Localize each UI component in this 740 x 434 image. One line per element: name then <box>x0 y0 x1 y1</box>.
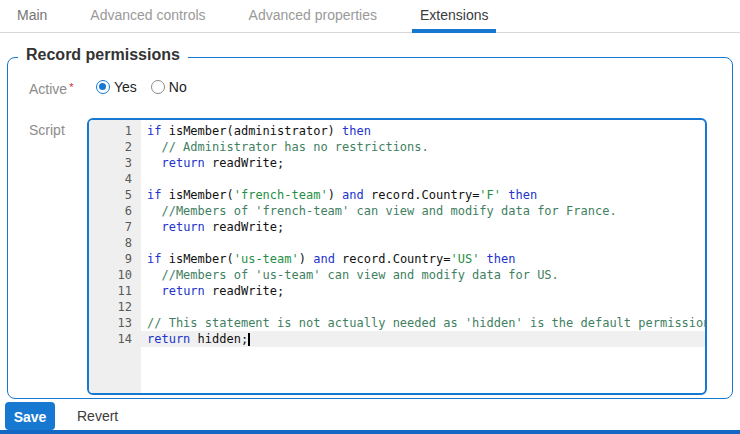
code-line: 12 <box>89 299 705 315</box>
tab-main[interactable]: Main <box>9 0 55 32</box>
line-number: 4 <box>89 171 141 187</box>
line-number: 7 <box>89 219 141 235</box>
line-number: 5 <box>89 187 141 203</box>
save-button[interactable]: Save <box>5 402 55 430</box>
code-text <box>141 171 705 187</box>
code-line: 9if isMember('us-team') and record.Count… <box>89 251 705 267</box>
tab-advanced-controls[interactable]: Advanced controls <box>82 0 213 32</box>
line-number: 10 <box>89 267 141 283</box>
footer-accent-bar <box>0 430 740 434</box>
code-line: 2 // Administrator has no restrictions. <box>89 139 705 155</box>
script-field-label: Script <box>29 122 65 138</box>
code-line: 7 return readWrite; <box>89 219 705 235</box>
line-number: 14 <box>89 331 141 347</box>
code-text: if isMember('us-team') and record.Countr… <box>141 251 705 267</box>
active-field-label: Active* <box>29 81 73 97</box>
tab-extensions[interactable]: Extensions <box>412 0 496 32</box>
tab-bar: MainAdvanced controlsAdvanced properties… <box>0 0 740 33</box>
editor-lines: 1if isMember(administrator) then2 // Adm… <box>89 123 705 347</box>
line-number: 13 <box>89 315 141 331</box>
code-text: return readWrite; <box>141 155 705 171</box>
radio-icon[interactable] <box>151 80 165 94</box>
code-line: 13// This statement is not actually need… <box>89 315 705 331</box>
radio-label: Yes <box>114 79 137 95</box>
code-line: 10 //Members of 'us-team' can view and m… <box>89 267 705 283</box>
code-line: 8 <box>89 235 705 251</box>
line-number: 8 <box>89 235 141 251</box>
code-text: //Members of 'us-team' can view and modi… <box>141 267 705 283</box>
line-number: 6 <box>89 203 141 219</box>
required-asterisk: * <box>69 81 73 93</box>
code-text: // This statement is not actually needed… <box>141 315 705 331</box>
radio-icon[interactable] <box>96 80 110 94</box>
radio-option-no[interactable]: No <box>151 79 187 95</box>
line-number: 1 <box>89 123 141 139</box>
code-line: 5if isMember('french-team') and record.C… <box>89 187 705 203</box>
revert-button[interactable]: Revert <box>77 402 118 430</box>
line-number: 11 <box>89 283 141 299</box>
line-number: 12 <box>89 299 141 315</box>
code-line: 14return hidden; <box>89 331 705 347</box>
line-number: 2 <box>89 139 141 155</box>
radio-label: No <box>169 79 187 95</box>
code-text: //Members of 'french-team' can view and … <box>141 203 705 219</box>
radio-option-yes[interactable]: Yes <box>96 79 137 95</box>
code-text: if isMember('french-team') and record.Co… <box>141 187 705 203</box>
code-text: // Administrator has no restrictions. <box>141 139 705 155</box>
line-number: 3 <box>89 155 141 171</box>
code-line: 1if isMember(administrator) then <box>89 123 705 139</box>
code-text <box>141 299 705 315</box>
script-code-editor[interactable]: 1if isMember(administrator) then2 // Adm… <box>87 118 707 395</box>
active-label-text: Active <box>29 81 67 97</box>
line-number: 9 <box>89 251 141 267</box>
code-text <box>141 235 705 251</box>
active-radio-group: YesNo <box>96 79 201 95</box>
code-text: return hidden; <box>141 331 705 347</box>
fieldset-legend: Record permissions <box>18 46 188 64</box>
code-line: 6 //Members of 'french-team' can view an… <box>89 203 705 219</box>
tab-advanced-properties[interactable]: Advanced properties <box>241 0 385 32</box>
code-text: return readWrite; <box>141 283 705 299</box>
code-line: 3 return readWrite; <box>89 155 705 171</box>
code-line: 11 return readWrite; <box>89 283 705 299</box>
code-text: if isMember(administrator) then <box>141 123 705 139</box>
record-permissions-fieldset: Record permissions Active* YesNo Script … <box>7 57 733 399</box>
code-line: 4 <box>89 171 705 187</box>
text-cursor <box>248 333 250 346</box>
code-text: return readWrite; <box>141 219 705 235</box>
